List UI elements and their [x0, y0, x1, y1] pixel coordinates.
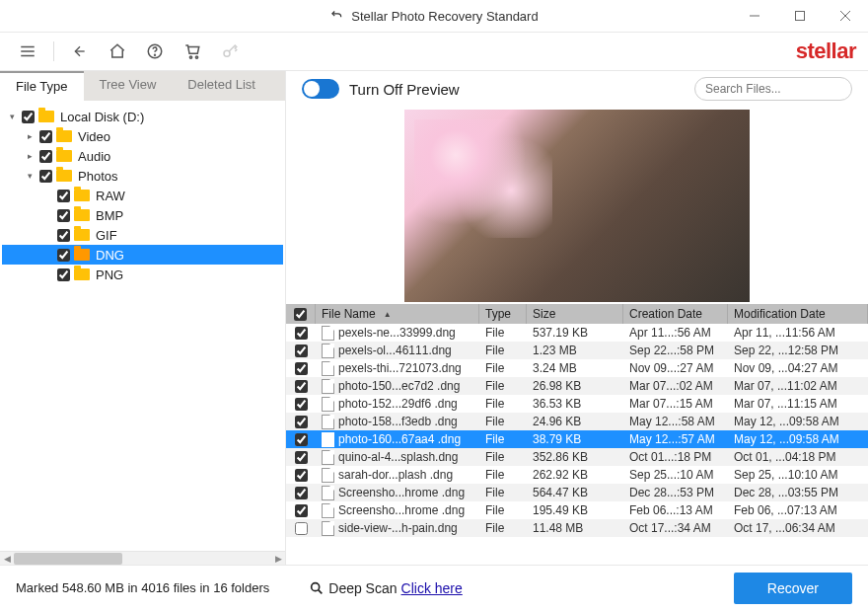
window-close-button[interactable] — [823, 0, 868, 32]
search-box[interactable] — [694, 77, 852, 101]
row-checkbox[interactable] — [295, 433, 308, 446]
creation-date: Apr 11...:56 AM — [623, 326, 728, 340]
expand-icon[interactable]: ▸ — [24, 131, 36, 141]
search-input[interactable] — [705, 82, 853, 96]
file-tree[interactable]: ▾Local Disk (D:)▸Video▸Audio▾PhotosRAWBM… — [0, 101, 285, 551]
tree-checkbox[interactable] — [39, 170, 52, 183]
row-checkbox[interactable] — [295, 398, 308, 411]
scroll-right-arrow[interactable]: ▶ — [271, 552, 285, 566]
deep-scan-label: Deep Scan — [328, 580, 397, 596]
nav-back-button[interactable] — [64, 36, 96, 67]
window-maximize-button[interactable] — [777, 0, 823, 32]
svg-rect-1 — [796, 12, 805, 21]
row-checkbox[interactable] — [295, 451, 308, 464]
row-checkbox[interactable] — [295, 504, 308, 517]
file-type: File — [479, 415, 527, 428]
tab-file-type[interactable]: File Type — [0, 71, 84, 101]
modification-date: Sep 22, ...12:58 PM — [728, 344, 868, 357]
svg-point-8 — [155, 54, 156, 55]
table-row[interactable]: Screensho...hrome .dngFile564.47 KBDec 2… — [286, 484, 868, 501]
select-all-checkbox[interactable] — [294, 308, 307, 321]
row-checkbox[interactable] — [295, 487, 308, 499]
tree-checkbox[interactable] — [57, 268, 70, 281]
window-minimize-button[interactable] — [732, 0, 777, 32]
recover-button[interactable]: Recover — [734, 573, 852, 604]
table-row[interactable]: pexels-thi...721073.dngFile3.24 MBNov 09… — [286, 359, 868, 377]
magnify-icon — [309, 580, 325, 596]
tree-checkbox[interactable] — [22, 111, 35, 123]
expand-icon[interactable]: ▾ — [24, 171, 36, 181]
col-modification-date[interactable]: Modification Date — [728, 304, 868, 324]
table-row[interactable]: photo-160...67aa4 .dngFile38.79 KBMay 12… — [286, 430, 868, 448]
help-button[interactable] — [139, 36, 171, 67]
row-checkbox[interactable] — [295, 522, 308, 535]
file-name: Screensho...hrome .dng — [338, 503, 465, 517]
tree-checkbox[interactable] — [39, 130, 52, 143]
tree-item[interactable]: BMP — [2, 205, 283, 225]
row-checkbox[interactable] — [295, 416, 308, 428]
sidebar-tabs: File Type Tree View Deleted List — [0, 71, 285, 101]
file-name: photo-160...67aa4 .dng — [338, 432, 461, 446]
expand-icon[interactable]: ▸ — [24, 151, 36, 161]
file-size: 564.47 KB — [527, 486, 623, 499]
table-row[interactable]: pexels-ol...46111.dngFile1.23 MBSep 22..… — [286, 342, 868, 359]
file-size: 537.19 KB — [527, 326, 623, 340]
row-checkbox[interactable] — [295, 469, 308, 482]
file-size: 36.53 KB — [527, 397, 623, 411]
table-row[interactable]: sarah-dor...plash .dngFile262.92 KBSep 2… — [286, 466, 868, 484]
tree-item[interactable]: ▾Local Disk (D:) — [2, 107, 283, 126]
tree-checkbox[interactable] — [39, 150, 52, 163]
table-row[interactable]: side-view-...h-pain.dngFile11.48 MBOct 1… — [286, 519, 868, 537]
deep-scan-link[interactable]: Click here — [401, 580, 463, 596]
col-type[interactable]: Type — [479, 304, 527, 324]
tree-item[interactable]: RAW — [2, 186, 283, 205]
tree-checkbox[interactable] — [57, 190, 70, 202]
folder-icon — [38, 111, 54, 122]
tree-checkbox[interactable] — [57, 229, 70, 242]
file-size: 352.86 KB — [527, 450, 623, 464]
modification-date: Apr 11, ...11:56 AM — [728, 326, 868, 340]
col-creation-date[interactable]: Creation Date — [623, 304, 728, 324]
row-checkbox[interactable] — [295, 327, 308, 340]
menu-button[interactable] — [12, 36, 43, 67]
tree-label: Video — [78, 129, 110, 144]
table-row[interactable]: quino-al-4...splash.dngFile352.86 KBOct … — [286, 448, 868, 466]
col-file-name[interactable]: File Name▲ — [316, 304, 479, 324]
tree-item[interactable]: GIF — [2, 225, 283, 245]
tree-checkbox[interactable] — [57, 209, 70, 222]
grid-header: File Name▲ Type Size Creation Date Modif… — [286, 304, 868, 324]
file-name: pexels-ne...33999.dng — [338, 326, 456, 340]
grid-body[interactable]: pexels-ne...33999.dngFile537.19 KBApr 11… — [286, 324, 868, 565]
table-row[interactable]: pexels-ne...33999.dngFile537.19 KBApr 11… — [286, 324, 868, 342]
tree-checkbox[interactable] — [57, 249, 70, 262]
scroll-thumb[interactable] — [14, 553, 122, 565]
col-size[interactable]: Size — [527, 304, 623, 324]
table-row[interactable]: Screensho...hrome .dngFile195.49 KBFeb 0… — [286, 501, 868, 519]
expand-icon[interactable]: ▾ — [6, 112, 18, 121]
cart-button[interactable] — [177, 36, 208, 67]
tree-label: BMP — [96, 208, 123, 223]
creation-date: May 12...:57 AM — [623, 432, 728, 446]
tree-item[interactable]: DNG — [2, 245, 283, 265]
scroll-left-arrow[interactable]: ◀ — [0, 552, 14, 566]
tree-item[interactable]: ▸Video — [2, 126, 283, 146]
key-button[interactable] — [214, 36, 246, 67]
modification-date: Feb 06, ...07:13 AM — [728, 503, 868, 517]
table-row[interactable]: photo-150...ec7d2 .dngFile26.98 KBMar 07… — [286, 377, 868, 395]
table-row[interactable]: photo-152...29df6 .dngFile36.53 KBMar 07… — [286, 395, 868, 413]
modification-date: Sep 25, ...10:10 AM — [728, 468, 868, 482]
tree-item[interactable]: ▸Audio — [2, 146, 283, 166]
tree-item[interactable]: ▾Photos — [2, 166, 283, 186]
file-type: File — [479, 432, 527, 446]
row-checkbox[interactable] — [295, 344, 308, 357]
row-checkbox[interactable] — [295, 362, 308, 375]
tab-tree-view[interactable]: Tree View — [84, 71, 173, 101]
file-icon — [322, 450, 334, 465]
home-button[interactable] — [102, 36, 133, 67]
tab-deleted-list[interactable]: Deleted List — [172, 71, 271, 101]
preview-toggle[interactable] — [302, 79, 339, 99]
tree-item[interactable]: PNG — [2, 265, 283, 284]
tree-h-scrollbar[interactable]: ◀ ▶ — [0, 551, 285, 565]
table-row[interactable]: photo-158...f3edb .dngFile24.96 KBMay 12… — [286, 413, 868, 430]
row-checkbox[interactable] — [295, 380, 308, 393]
